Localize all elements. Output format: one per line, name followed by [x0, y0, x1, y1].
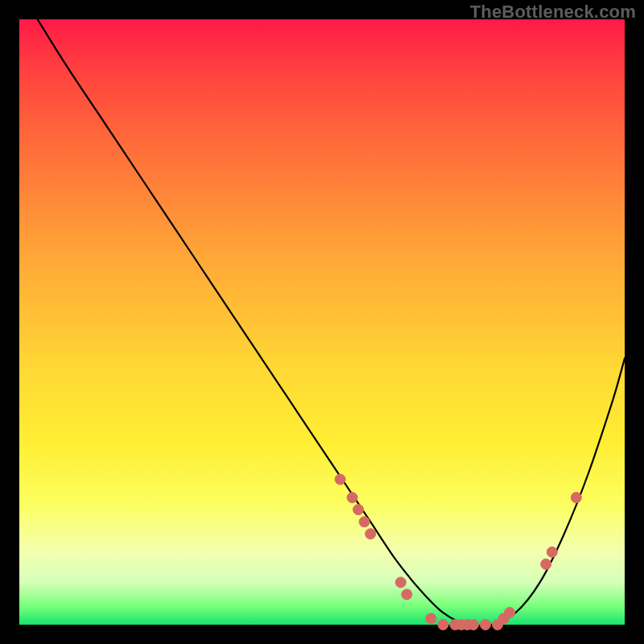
data-point	[347, 493, 357, 503]
data-point	[541, 559, 551, 569]
bottleneck-chart	[19, 19, 625, 625]
data-point	[353, 505, 364, 515]
data-point	[402, 589, 412, 600]
watermark-text: TheBottleneck.com	[470, 2, 636, 23]
data-point	[505, 608, 515, 618]
data-point	[469, 620, 479, 630]
bottleneck-curve	[38, 19, 625, 626]
marker-group	[335, 474, 581, 630]
data-point	[547, 547, 557, 557]
chart-frame	[19, 19, 625, 625]
data-point	[426, 613, 436, 624]
data-point	[438, 620, 448, 630]
data-point	[365, 529, 376, 539]
data-point	[359, 517, 369, 527]
data-point	[571, 493, 581, 503]
data-point	[335, 474, 345, 485]
data-point	[481, 620, 491, 630]
data-point	[395, 577, 406, 588]
